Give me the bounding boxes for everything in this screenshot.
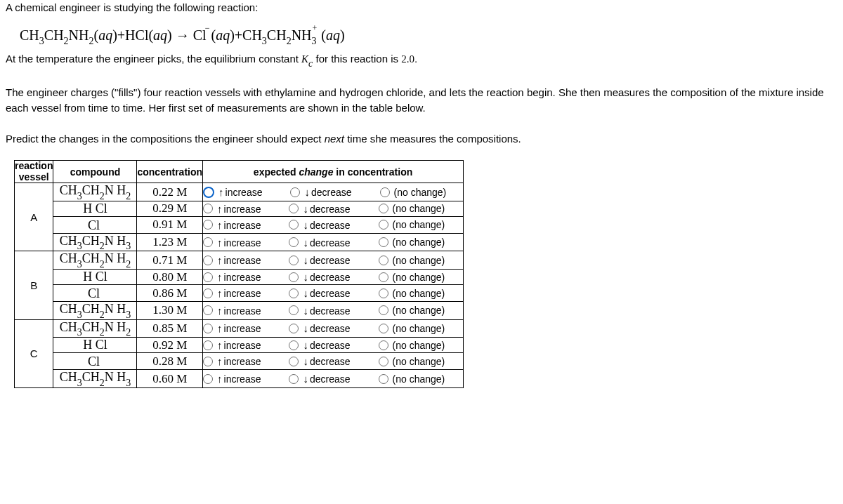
radio-icon[interactable] xyxy=(203,272,213,282)
down-arrow-icon: ↓ xyxy=(303,305,308,317)
radio-nochange[interactable]: (no change) xyxy=(379,237,445,248)
radio-increase[interactable]: ↑increase xyxy=(203,322,261,334)
radio-icon[interactable] xyxy=(203,204,213,213)
radio-icon[interactable] xyxy=(289,324,299,333)
radio-increase[interactable]: ↑increase xyxy=(203,237,261,248)
compound-cell: H Cl xyxy=(53,338,137,353)
reaction-equation: CH3CH2NH2(aq)+HCl(aq) → Cl−(aq)+CH3CH2NH… xyxy=(0,21,843,52)
up-arrow-icon: ↑ xyxy=(217,254,223,266)
radio-icon[interactable] xyxy=(289,357,299,366)
concentration-cell: 0.22 M xyxy=(137,183,203,201)
radio-decrease[interactable]: ↓decrease xyxy=(289,373,350,385)
radio-icon[interactable] xyxy=(379,289,388,298)
radio-icon[interactable] xyxy=(379,237,388,247)
radio-icon[interactable] xyxy=(379,374,388,384)
radio-increase[interactable]: ↑increase xyxy=(203,186,262,198)
radio-icon[interactable] xyxy=(203,357,213,366)
radio-nochange[interactable]: (no change) xyxy=(380,187,447,198)
radio-increase[interactable]: ↑increase xyxy=(203,355,261,367)
expected-change-cell: ↑increase ↓decrease (no change) xyxy=(203,251,464,270)
radio-icon[interactable] xyxy=(289,220,299,230)
radio-decrease[interactable]: ↓decrease xyxy=(289,254,350,266)
radio-increase[interactable]: ↑increase xyxy=(203,339,261,351)
measurements-table: reaction vessel compound concentration e… xyxy=(14,160,464,387)
expected-change-cell: ↑increase ↓decrease (no change) xyxy=(203,319,464,338)
radio-nochange[interactable]: (no change) xyxy=(379,373,445,385)
radio-icon[interactable] xyxy=(379,204,388,213)
radio-nochange[interactable]: (no change) xyxy=(379,340,445,351)
intro-line-4: Predict the changes in the compositions … xyxy=(6,131,837,147)
radio-nochange[interactable]: (no change) xyxy=(379,288,445,299)
radio-icon[interactable] xyxy=(289,305,299,315)
radio-icon[interactable] xyxy=(289,289,299,298)
radio-icon[interactable] xyxy=(379,272,388,282)
radio-icon[interactable] xyxy=(380,187,390,197)
concentration-cell: 0.86 M xyxy=(137,285,203,302)
radio-icon[interactable] xyxy=(203,305,213,315)
radio-icon[interactable] xyxy=(290,187,300,197)
up-arrow-icon: ↑ xyxy=(217,305,223,317)
radio-nochange[interactable]: (no change) xyxy=(379,272,445,283)
radio-icon[interactable] xyxy=(203,256,213,265)
radio-nochange[interactable]: (no change) xyxy=(379,323,445,334)
concentration-cell: 0.28 M xyxy=(137,353,203,370)
radio-icon[interactable] xyxy=(289,374,299,384)
radio-icon[interactable] xyxy=(289,204,299,213)
radio-icon[interactable] xyxy=(203,237,213,247)
radio-increase[interactable]: ↑increase xyxy=(203,203,261,215)
header-vessel: reaction vessel xyxy=(15,161,53,183)
radio-decrease[interactable]: ↓decrease xyxy=(289,305,350,317)
concentration-cell: 1.30 M xyxy=(137,302,203,320)
radio-decrease[interactable]: ↓decrease xyxy=(289,287,350,299)
radio-increase[interactable]: ↑increase xyxy=(203,271,261,283)
radio-increase[interactable]: ↑increase xyxy=(203,219,261,231)
expected-change-cell: ↑increase ↓decrease (no change) xyxy=(203,370,464,388)
radio-increase[interactable]: ↑increase xyxy=(203,305,261,317)
radio-decrease[interactable]: ↓decrease xyxy=(289,219,350,231)
concentration-cell: 0.80 M xyxy=(137,270,203,285)
radio-icon[interactable] xyxy=(203,220,213,230)
radio-decrease[interactable]: ↓decrease xyxy=(290,186,351,198)
radio-icon[interactable] xyxy=(379,305,388,315)
radio-icon[interactable] xyxy=(379,220,388,230)
radio-nochange[interactable]: (no change) xyxy=(379,219,445,230)
radio-decrease[interactable]: ↓decrease xyxy=(289,355,350,367)
vessel-label: A xyxy=(15,183,53,251)
radio-nochange[interactable]: (no change) xyxy=(379,305,445,316)
compound-cell: CH3CH2N H3 xyxy=(53,233,137,251)
compound-cell: Cl- xyxy=(53,285,137,302)
compound-cell: CH3CH2N H3 xyxy=(53,370,137,388)
radio-icon[interactable] xyxy=(379,256,388,265)
radio-icon[interactable] xyxy=(289,256,299,265)
vessel-label: B xyxy=(15,251,53,319)
radio-decrease[interactable]: ↓decrease xyxy=(289,203,350,215)
radio-increase[interactable]: ↑increase xyxy=(203,373,261,385)
up-arrow-icon: ↑ xyxy=(217,355,223,367)
up-arrow-icon: ↑ xyxy=(217,322,223,334)
radio-icon[interactable] xyxy=(203,374,213,384)
radio-icon[interactable] xyxy=(379,357,388,366)
radio-decrease[interactable]: ↓decrease xyxy=(289,237,350,248)
radio-icon[interactable] xyxy=(289,340,299,350)
radio-icon[interactable] xyxy=(203,340,213,350)
radio-icon[interactable] xyxy=(203,324,213,333)
radio-icon[interactable] xyxy=(289,237,299,247)
compound-cell: CH3CH2N H2 xyxy=(53,251,137,270)
radio-increase[interactable]: ↑increase xyxy=(203,287,261,299)
radio-decrease[interactable]: ↓decrease xyxy=(289,339,350,351)
radio-nochange[interactable]: (no change) xyxy=(379,356,445,367)
radio-decrease[interactable]: ↓decrease xyxy=(289,271,350,283)
up-arrow-icon: ↑ xyxy=(217,203,223,215)
radio-increase[interactable]: ↑increase xyxy=(203,254,261,266)
radio-icon[interactable] xyxy=(203,187,214,198)
radio-icon[interactable] xyxy=(203,289,213,298)
compound-cell: Cl- xyxy=(53,353,137,370)
up-arrow-icon: ↑ xyxy=(217,373,223,385)
radio-icon[interactable] xyxy=(379,340,388,350)
radio-nochange[interactable]: (no change) xyxy=(379,255,445,266)
radio-decrease[interactable]: ↓decrease xyxy=(289,322,350,334)
vessel-label: C xyxy=(15,319,53,387)
radio-icon[interactable] xyxy=(289,272,299,282)
radio-nochange[interactable]: (no change) xyxy=(379,203,445,214)
radio-icon[interactable] xyxy=(379,324,388,333)
